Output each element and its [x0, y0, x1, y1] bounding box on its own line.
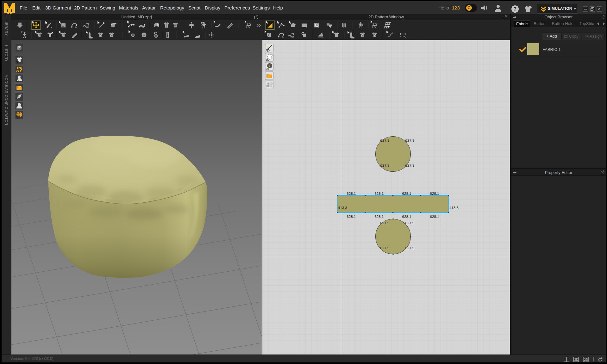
svg-text:628.1: 628.1	[347, 215, 356, 219]
svg-text:627.9: 627.9	[405, 163, 415, 167]
svg-text:627.9: 627.9	[380, 246, 390, 250]
svg-text:627.9: 627.9	[380, 163, 390, 167]
svg-text:627.9: 627.9	[405, 139, 415, 142]
svg-text:628.1: 628.1	[430, 215, 439, 219]
svg-text:627.9: 627.9	[405, 221, 415, 225]
svg-text:628.1: 628.1	[347, 192, 356, 195]
svg-text:i: i	[269, 64, 270, 68]
svg-text:2D: 2D	[584, 358, 588, 361]
svg-text:628.1: 628.1	[430, 192, 439, 195]
svg-text:628.1: 628.1	[402, 215, 411, 219]
svg-text:627.9: 627.9	[380, 221, 390, 225]
svg-text:627.9: 627.9	[380, 139, 390, 142]
svg-text:3D: 3D	[574, 358, 579, 361]
svg-text:627.9: 627.9	[405, 246, 415, 250]
svg-text:413.3: 413.3	[449, 206, 459, 210]
svg-text:628.1: 628.1	[402, 192, 411, 195]
svg-text:628.1: 628.1	[375, 192, 384, 195]
svg-text:413.3: 413.3	[338, 206, 347, 210]
svg-text:628.1: 628.1	[375, 215, 384, 219]
